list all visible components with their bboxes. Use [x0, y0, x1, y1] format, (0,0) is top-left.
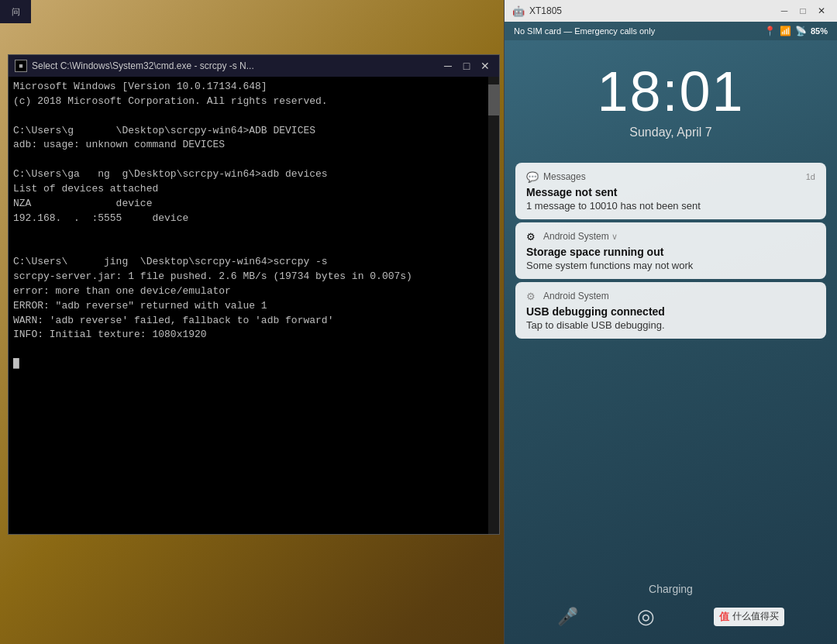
android-nav-row: 🎤 ◎ 值 什么值得买	[505, 604, 837, 629]
location-icon: 📍	[764, 26, 776, 36]
cmd-minimize-button[interactable]: ─	[440, 58, 456, 74]
cmd-scrollbar-thumb	[488, 84, 499, 115]
cmd-text-content: Microsoft Windows [Version 10.0.17134.64…	[13, 80, 494, 372]
taskbar-text: 问	[12, 6, 20, 18]
usb-app-name: Android System	[543, 291, 815, 301]
cmd-scrollbar[interactable]	[488, 77, 499, 534]
wifi-icon: 📶	[780, 26, 791, 36]
notification-usb[interactable]: ⚙ Android System USB debugging connected…	[515, 282, 826, 339]
android-chrome-titlebar: 🤖 XT1805 ─ □ ✕	[505, 0, 837, 22]
messages-app-icon: 💬	[526, 170, 539, 183]
messages-notification-time: 1d	[806, 172, 815, 181]
storage-app-icon: ⚙	[526, 230, 539, 243]
android-clock-area: 18:01 Sunday, April 7	[505, 40, 837, 155]
storage-notification-title: Storage space running out	[526, 246, 815, 258]
android-status-bar: No SIM card — Emergency calls only 📍 📶 📡…	[505, 22, 837, 40]
android-lockscreen: No SIM card — Emergency calls only 📍 📶 📡…	[505, 22, 837, 644]
battery-percent: 85%	[811, 26, 828, 36]
notification-messages[interactable]: 💬 Messages 1d Message not sent 1 message…	[515, 163, 826, 219]
android-maximize-button[interactable]: □	[795, 3, 811, 19]
notification-storage[interactable]: ⚙ Android System ∨ Storage space running…	[515, 222, 826, 279]
cmd-title: Select C:\Windows\System32\cmd.exe - scr…	[32, 60, 440, 71]
watermark-badge: 值 什么值得买	[714, 608, 784, 626]
cmd-maximize-button[interactable]: □	[459, 58, 474, 74]
cmd-titlebar: ■ Select C:\Windows\System32\cmd.exe - s…	[9, 55, 499, 77]
android-bottom-area: Charging 🎤 ◎ 值 什么值得买	[505, 575, 837, 644]
storage-notification-body: Some system functions may not work	[526, 260, 815, 271]
usb-notification-body: Tap to disable USB debugging.	[526, 319, 815, 331]
android-window: 🤖 XT1805 ─ □ ✕ No SIM card — Emergency c…	[504, 0, 837, 644]
notification-storage-header: ⚙ Android System ∨	[526, 230, 815, 243]
android-time: 18:01	[505, 64, 837, 119]
taskbar-hint: 问	[0, 0, 31, 23]
usb-app-icon: ⚙	[526, 290, 539, 302]
usb-notification-title: USB debugging connected	[526, 305, 815, 318]
messages-notification-body: 1 message to 10010 has not been sent	[526, 200, 815, 212]
cmd-titlebar-buttons: ─ □ ✕	[440, 58, 493, 74]
android-close-button[interactable]: ✕	[814, 3, 829, 19]
notification-messages-header: 💬 Messages 1d	[526, 170, 815, 183]
status-right-icons: 📍 📶 📡 85%	[764, 26, 828, 36]
android-chrome-title: XT1805	[529, 5, 777, 16]
android-chrome-app-icon: 🤖	[512, 5, 525, 17]
cmd-close-button[interactable]: ✕	[477, 58, 493, 74]
notifications-area: 💬 Messages 1d Message not sent 1 message…	[505, 155, 837, 575]
android-date: Sunday, April 7	[505, 126, 837, 139]
cmd-app-icon: ■	[15, 60, 27, 72]
microphone-icon[interactable]: 🎤	[557, 607, 578, 627]
messages-notification-title: Message not sent	[526, 186, 815, 198]
no-sim-text: No SIM card — Emergency calls only	[514, 26, 764, 36]
signal-icon: 📡	[795, 26, 807, 36]
android-chrome-buttons: ─ □ ✕	[777, 3, 829, 19]
cmd-content[interactable]: Microsoft Windows [Version 10.0.17134.64…	[9, 77, 499, 534]
charging-text: Charging	[505, 583, 837, 595]
android-minimize-button[interactable]: ─	[777, 3, 792, 19]
fingerprint-icon[interactable]: ◎	[637, 604, 655, 629]
notification-usb-header: ⚙ Android System	[526, 290, 815, 302]
storage-app-name: Android System ∨	[543, 231, 815, 242]
messages-app-name: Messages	[543, 171, 806, 182]
cmd-window: ■ Select C:\Windows\System32\cmd.exe - s…	[8, 54, 500, 535]
